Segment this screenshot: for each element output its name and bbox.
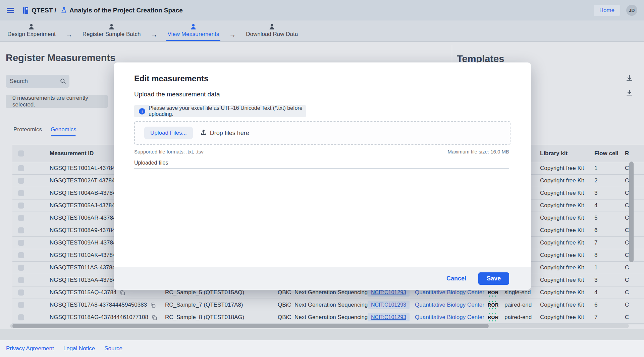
measurement-id: NGSQTEST017A8-437844459450383: [50, 302, 147, 308]
run-cell: C: [625, 277, 644, 283]
upload-section-title: Upload the measurement data: [134, 91, 220, 98]
flow-cell-cell: 6: [594, 227, 625, 234]
ror-icon: ROR: [488, 290, 499, 295]
ror-icon: ROR: [488, 302, 499, 308]
row-checkbox[interactable]: [18, 190, 24, 196]
home-button[interactable]: Home: [594, 5, 620, 16]
copy-icon[interactable]: [152, 315, 157, 320]
page-title: Register Measurements: [6, 52, 115, 63]
measurement-id: NGSQTEST005AJ-43784: [50, 202, 115, 209]
project-code[interactable]: QTEST /: [32, 7, 56, 14]
flow-cell-cell: 8: [594, 252, 625, 259]
measurement-id: NGSQTEST010AK-43784: [50, 252, 116, 259]
row-checkbox[interactable]: [18, 302, 24, 308]
row-checkbox[interactable]: [18, 203, 24, 209]
row-checkbox[interactable]: [18, 277, 24, 283]
dialog-footer: Cancel Save: [114, 267, 531, 290]
organization-link[interactable]: Quantitative Biology Center: [415, 302, 484, 308]
max-file-size: Maximum file size: 16.0 MB: [448, 149, 509, 154]
info-notice-text: Please save your excel file as UTF-16 Un…: [149, 105, 306, 117]
footer-link[interactable]: Privacy Agreement: [6, 345, 54, 352]
library-kit-cell: Copyright free Kit: [540, 215, 594, 221]
flow-cell-cell: 7: [594, 239, 625, 246]
supported-formats: Supported file formats: .txt, .tsv: [134, 149, 204, 154]
download-template-icon[interactable]: [624, 73, 635, 83]
tab[interactable]: Genomics: [51, 126, 76, 136]
wizard-step-label: View Measurements: [168, 31, 219, 38]
wizard-step[interactable]: Design Experiment: [6, 20, 57, 41]
sample-cell: RC_Sample_7 (QTEST017A8): [165, 302, 278, 308]
file-dropzone[interactable]: Upload Files... Drop files here: [134, 121, 511, 145]
cancel-button[interactable]: Cancel: [444, 275, 468, 282]
wizard-step[interactable]: View Measurements: [166, 20, 221, 41]
flask-icon: [61, 7, 67, 14]
column-header-run[interactable]: R: [625, 150, 644, 157]
flow-cell-cell: 1: [594, 165, 625, 172]
organization-link[interactable]: Quantitative Biology Center: [415, 289, 484, 296]
ncit-link[interactable]: NCIT:C101293: [368, 301, 410, 309]
copy-icon[interactable]: [120, 290, 125, 296]
flow-cell-cell: 6: [594, 302, 625, 308]
drop-files-label: Drop files here: [210, 130, 249, 137]
user-icon: [190, 24, 197, 30]
avatar[interactable]: JD: [626, 5, 637, 16]
select-all-checkbox[interactable]: [18, 150, 24, 157]
sample-cell: RC_Sample_5 (QTEST015AQ): [165, 289, 278, 296]
library-kit-cell: Copyright free Kit: [540, 277, 594, 283]
vertical-scrollbar[interactable]: [629, 162, 634, 262]
arrow-right-icon: →: [142, 31, 166, 39]
row-checkbox[interactable]: [18, 252, 24, 258]
tab[interactable]: Proteomics: [13, 126, 42, 136]
download-template-icon[interactable]: [624, 87, 635, 97]
measurement-id: NGSQTEST015AQ-43784: [50, 289, 116, 296]
measurement-id: NGSQTEST011AS-437844: [50, 264, 119, 271]
row-checkbox[interactable]: [18, 314, 24, 320]
library-kit-cell: Copyright free Kit: [540, 264, 594, 271]
library-kit-cell: Copyright free Kit: [540, 190, 594, 196]
flow-cell-cell: 3: [594, 277, 625, 283]
ncit-link[interactable]: NCIT:C101293: [368, 313, 410, 321]
facility-cell: QBiC: [278, 289, 294, 296]
row-checkbox[interactable]: [18, 178, 24, 184]
menu-icon[interactable]: [7, 8, 14, 13]
footer-link[interactable]: Legal Notice: [63, 345, 95, 352]
column-header-library-kit[interactable]: Library kit: [540, 150, 594, 157]
facility-cell: QBiC: [278, 314, 294, 321]
copy-icon[interactable]: [150, 302, 156, 308]
organization-link[interactable]: Quantitative Biology Center: [415, 314, 484, 320]
run-cell: C: [625, 177, 644, 184]
library-kit-cell: Copyright free Kit: [540, 227, 594, 234]
column-header-flow-cell[interactable]: Flow cell: [594, 150, 625, 157]
horizontal-scrollbar-thumb[interactable]: [12, 324, 489, 328]
measurement-id: NGSQTEST008A9-43784: [50, 227, 115, 234]
upload-files-button[interactable]: Upload Files...: [144, 127, 193, 139]
row-checkbox[interactable]: [18, 240, 24, 246]
wizard-step[interactable]: Register Sample Batch: [81, 20, 142, 41]
row-checkbox[interactable]: [18, 289, 24, 296]
technique-cell: Next Generation Sequencing: [294, 314, 368, 321]
library-kit-cell: Copyright free Kit: [540, 314, 594, 321]
footer-link[interactable]: Source: [104, 345, 122, 352]
user-icon: [28, 24, 35, 30]
row-checkbox[interactable]: [18, 165, 24, 171]
read-type-cell: single-end: [504, 289, 540, 296]
row-checkbox[interactable]: [18, 265, 24, 271]
run-cell: C: [625, 215, 644, 221]
wizard-step[interactable]: Download Raw Data: [245, 20, 299, 41]
ror-icon: ROR: [488, 315, 499, 320]
run-cell: C: [625, 289, 644, 296]
save-button[interactable]: Save: [478, 272, 509, 285]
library-kit-cell: Copyright free Kit: [540, 165, 594, 172]
row-checkbox[interactable]: [18, 215, 24, 221]
measurement-id: NGSQTEST009AH-43784: [50, 239, 116, 246]
library-kit-cell: Copyright free Kit: [540, 202, 594, 209]
dialog-title: Edit measurements: [134, 74, 208, 83]
wizard-step-label: Design Experiment: [7, 31, 56, 38]
tab-label: Genomics: [51, 126, 76, 133]
facility-cell: QBiC: [278, 302, 294, 308]
notebook-icon: [23, 7, 29, 14]
row-checkbox[interactable]: [18, 227, 24, 233]
run-cell: C: [625, 314, 644, 321]
info-notice: i Please save your excel file as UTF-16 …: [134, 105, 306, 117]
technique-cell: Next Generation Sequencing: [294, 289, 368, 296]
